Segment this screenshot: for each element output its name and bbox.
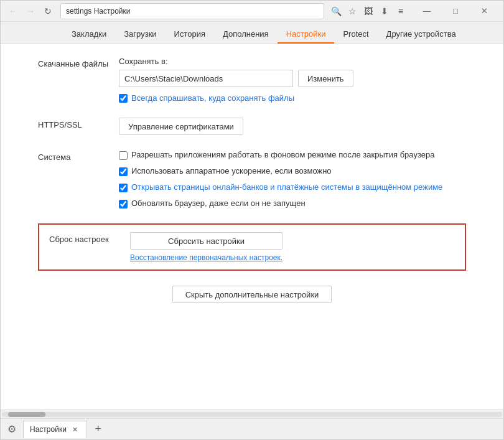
content-area: Скачанные файлы Сохранять в: Изменить Вс… [1, 44, 503, 410]
tab-history[interactable]: История [166, 26, 214, 44]
title-bar: ← → ↻ settings Настройки 🔍 ☆ 🖼 ⬇ ≡ — □ ✕ [1, 1, 503, 22]
always-ask-label: Всегда спрашивать, куда сохранять файлы [131, 93, 294, 103]
address-bar[interactable]: settings Настройки [60, 3, 324, 19]
sys-checkbox-1[interactable] [119, 167, 128, 176]
sys-option-1: Использовать аппаратное ускорение, если … [119, 166, 466, 176]
downloads-path-input[interactable] [119, 70, 293, 87]
address-text: settings Настройки [66, 7, 131, 16]
back-button[interactable]: ← [6, 4, 21, 19]
sys-option-0: Разрешать приложениям работать в фоновом… [119, 150, 466, 160]
sys-checkbox-3[interactable] [119, 200, 128, 208]
active-tab-label: Настройки [30, 425, 67, 434]
hide-advanced-button[interactable]: Скрыть дополнительные настройки [172, 286, 332, 303]
tab-close-button[interactable]: ✕ [70, 424, 80, 434]
forward-button[interactable]: → [23, 4, 38, 19]
system-section: Система Разрешать приложениям работать в… [38, 150, 466, 208]
scroll-thumb[interactable] [8, 412, 45, 417]
tab-downloads[interactable]: Загрузки [115, 26, 165, 44]
close-button[interactable]: ✕ [470, 1, 498, 22]
downloads-label: Скачанные файлы [38, 57, 119, 68]
reset-button[interactable]: Сбросить настройки [130, 232, 282, 250]
always-ask-checkbox[interactable] [119, 94, 128, 103]
https-section: HTTPS/SSL Управление сертификатами [38, 118, 466, 135]
tab-other-devices[interactable]: Другие устройства [378, 26, 465, 44]
minimize-button[interactable]: — [413, 1, 441, 22]
tab-protect[interactable]: Protect [334, 26, 377, 44]
toolbar-actions: 🔍 ☆ 🖼 ⬇ ≡ [329, 4, 408, 18]
user-icon[interactable]: 🖼 [362, 4, 375, 18]
system-checkboxes: Разрешать приложениям работать в фоновом… [119, 150, 466, 208]
system-label: Система [38, 150, 119, 162]
reset-label: Сброс настроек [49, 232, 130, 244]
reset-inner: Сброс настроек Сбросить настройки Восста… [49, 232, 455, 262]
sys-label-2: Открывать страницы онлайн-банков и платё… [131, 182, 442, 192]
star-icon[interactable]: ☆ [345, 4, 359, 18]
downloads-content: Сохранять в: Изменить Всегда спрашивать,… [119, 57, 466, 103]
hide-section: Скрыть дополнительные настройки [38, 286, 466, 303]
system-content: Разрешать приложениям работать в фоновом… [119, 150, 466, 208]
maximize-button[interactable]: □ [441, 1, 470, 22]
sys-label-1: Использовать аппаратное ускорение, если … [131, 166, 332, 176]
downloads-section: Скачанные файлы Сохранять в: Изменить Вс… [38, 57, 466, 103]
bottom-scrollbar[interactable] [1, 410, 503, 418]
reset-section: Сброс настроек Сбросить настройки Восста… [38, 223, 466, 271]
downloads-row: Изменить [119, 70, 466, 87]
browser-window: ← → ↻ settings Настройки 🔍 ☆ 🖼 ⬇ ≡ — □ ✕… [0, 0, 504, 440]
tab-settings[interactable]: Настройки [278, 26, 335, 44]
sys-checkbox-2[interactable] [119, 184, 128, 192]
tab-extensions[interactable]: Дополнения [214, 26, 278, 44]
https-label: HTTPS/SSL [38, 118, 119, 129]
menu-icon[interactable]: ≡ [394, 4, 408, 18]
reset-content: Сбросить настройки Восстановление первон… [130, 232, 282, 262]
https-content: Управление сертификатами [119, 118, 466, 135]
settings-gear-icon[interactable]: ⚙ [3, 421, 21, 438]
always-ask-row: Всегда спрашивать, куда сохранять файлы [119, 93, 466, 103]
tab-bar: ⚙ Настройки ✕ + [1, 418, 503, 439]
sys-option-2: Открывать страницы онлайн-банков и платё… [119, 182, 466, 192]
active-tab[interactable]: Настройки ✕ [23, 421, 87, 438]
search-icon[interactable]: 🔍 [329, 4, 343, 18]
restore-link[interactable]: Восстановление первоначальных настроек. [130, 253, 282, 262]
download-icon[interactable]: ⬇ [378, 4, 391, 18]
new-tab-button[interactable]: + [90, 421, 107, 438]
save-to-label: Сохранять в: [119, 57, 466, 66]
nav-buttons: ← → ↻ [6, 4, 55, 19]
navigation-tabs: Закладки Загрузки История Дополнения Нас… [1, 22, 503, 44]
tab-bookmarks[interactable]: Закладки [63, 26, 115, 44]
change-button[interactable]: Изменить [298, 70, 353, 87]
sys-label-3: Обновлять браузер, даже если он не запущ… [131, 199, 306, 208]
refresh-button[interactable]: ↻ [40, 4, 55, 19]
scroll-track [2, 412, 502, 417]
window-controls: — □ ✕ [413, 1, 498, 22]
manage-certs-button[interactable]: Управление сертификатами [119, 118, 243, 135]
sys-checkbox-0[interactable] [119, 151, 128, 160]
sys-label-0: Разрешать приложениям работать в фоновом… [131, 150, 434, 159]
sys-option-3: Обновлять браузер, даже если он не запущ… [119, 199, 466, 208]
